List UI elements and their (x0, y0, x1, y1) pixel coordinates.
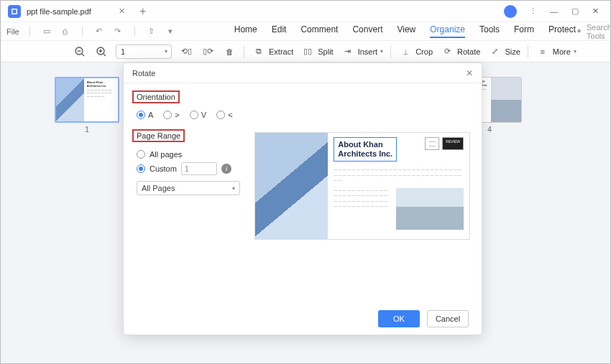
menu-organize[interactable]: Organize (430, 24, 465, 38)
cancel-button[interactable]: Cancel (427, 310, 469, 327)
user-avatar[interactable] (504, 5, 517, 18)
thumb-number: 1 (55, 126, 119, 134)
size-button[interactable]: ⤢Size (487, 45, 520, 59)
split-button[interactable]: ▯▯Split (300, 45, 333, 59)
rotate-preview: About KhanArchitects Inc. ————REVIEW — —… (254, 132, 470, 240)
menu-home[interactable]: Home (234, 24, 257, 38)
search-placeholder: Search Tools (587, 23, 611, 40)
maximize-icon[interactable]: ▢ (570, 6, 579, 16)
insert-button[interactable]: ⇥Insert▾ (341, 45, 384, 59)
extract-icon: ⧉ (252, 45, 266, 59)
minimize-icon[interactable]: — (549, 6, 559, 16)
insert-icon: ⇥ (341, 45, 355, 59)
kebab-menu-icon[interactable]: ⋮ (528, 6, 538, 16)
menu-view[interactable]: View (397, 24, 415, 38)
rotate-button[interactable]: ⟳Rotate (440, 45, 480, 59)
zoom-in-icon[interactable] (94, 45, 109, 59)
menu-protect[interactable]: Protect (548, 24, 576, 38)
more-button[interactable]: ≡More▾ (536, 45, 576, 59)
document-tab[interactable]: ppt file-sample.pdf ✕ (1, 1, 132, 22)
save-icon[interactable]: ▭ (40, 25, 53, 38)
more-quick-icon[interactable]: ▾ (164, 25, 177, 38)
ok-button[interactable]: OK (378, 310, 420, 327)
pages-subset-select[interactable]: All Pages (137, 181, 240, 195)
app-icon (8, 5, 21, 18)
preview-title: About KhanArchitects Inc. (334, 137, 397, 162)
dialog-title: Rotate (132, 69, 155, 78)
search-tools[interactable]: ✦ Search Tools ▾ (576, 23, 611, 40)
page-input[interactable]: 1 (116, 45, 172, 59)
new-tab-button[interactable]: + (132, 5, 153, 18)
more-icon: ≡ (536, 45, 550, 59)
orient-up[interactable]: A (137, 111, 153, 119)
redo-icon[interactable]: ↷ (111, 25, 124, 38)
custom-range-input[interactable] (181, 162, 217, 175)
delete-icon[interactable]: 🗑 (222, 45, 236, 59)
orient-right[interactable]: > (163, 111, 179, 119)
close-tab-icon[interactable]: ✕ (119, 6, 125, 16)
share-icon[interactable]: ⇧ (145, 25, 158, 38)
dialog-close-icon[interactable]: ✕ (466, 68, 473, 78)
rotate-dialog: Rotate ✕ Orientation A > V < Page Range … (123, 62, 482, 335)
zoom-out-icon[interactable] (73, 45, 87, 59)
orient-left[interactable]: < (216, 111, 232, 119)
toolbar: 1 ⟲▯ ▯⟳ 🗑 ⧉Extract ▯▯Split ⇥Insert▾ ⟂Cro… (1, 41, 610, 62)
tab-title: ppt file-sample.pdf (27, 7, 91, 16)
crop-icon: ⟂ (398, 45, 413, 59)
svg-line-6 (104, 54, 106, 56)
rotate-left-icon[interactable]: ⟲▯ (179, 45, 193, 59)
rotate-icon: ⟳ (440, 45, 454, 59)
chevron-down-icon: ▾ (380, 48, 383, 55)
rotate-right-icon[interactable]: ▯⟳ (201, 45, 215, 59)
orient-down[interactable]: V (190, 111, 206, 119)
menu-tools[interactable]: Tools (479, 24, 500, 38)
svg-line-3 (82, 54, 84, 56)
menu-form[interactable]: Form (514, 24, 534, 38)
custom-option[interactable]: Custom i (137, 162, 237, 175)
orientation-options: A > V < (137, 111, 237, 119)
split-icon: ▯▯ (300, 45, 315, 59)
menu-comment[interactable]: Comment (300, 24, 338, 38)
undo-icon[interactable]: ↶ (93, 25, 106, 38)
info-icon[interactable]: i (221, 164, 231, 174)
close-window-icon[interactable]: ✕ (591, 6, 600, 16)
main-menu: Home Edit Comment Convert View Organize … (234, 24, 576, 38)
wand-icon: ✦ (576, 27, 582, 36)
titlebar: ppt file-sample.pdf ✕ + ⋮ — ▢ ✕ (1, 1, 610, 22)
print-icon[interactable]: ⎙ (59, 25, 72, 38)
workspace: About Khan Architects Inc.— — — — — — — … (1, 62, 610, 363)
menubar: File ▭ ⎙ ↶ ↷ ⇧ ▾ Home Edit Comment Conve… (1, 22, 610, 41)
orientation-heading: Orientation (132, 90, 180, 103)
window-controls: ⋮ — ▢ ✕ (504, 5, 610, 18)
menu-convert[interactable]: Convert (352, 24, 382, 38)
allpages-option[interactable]: All pages (137, 150, 237, 159)
page-thumb-1[interactable]: About Khan Architects Inc.— — — — — — — … (55, 77, 119, 134)
size-icon: ⤢ (487, 45, 502, 59)
menu-edit[interactable]: Edit (272, 24, 287, 38)
crop-button[interactable]: ⟂Crop (398, 45, 433, 59)
file-menu[interactable]: File (6, 27, 19, 36)
svg-rect-1 (13, 9, 17, 13)
extract-button[interactable]: ⧉Extract (252, 45, 293, 59)
pagerange-heading: Page Range (132, 129, 185, 142)
